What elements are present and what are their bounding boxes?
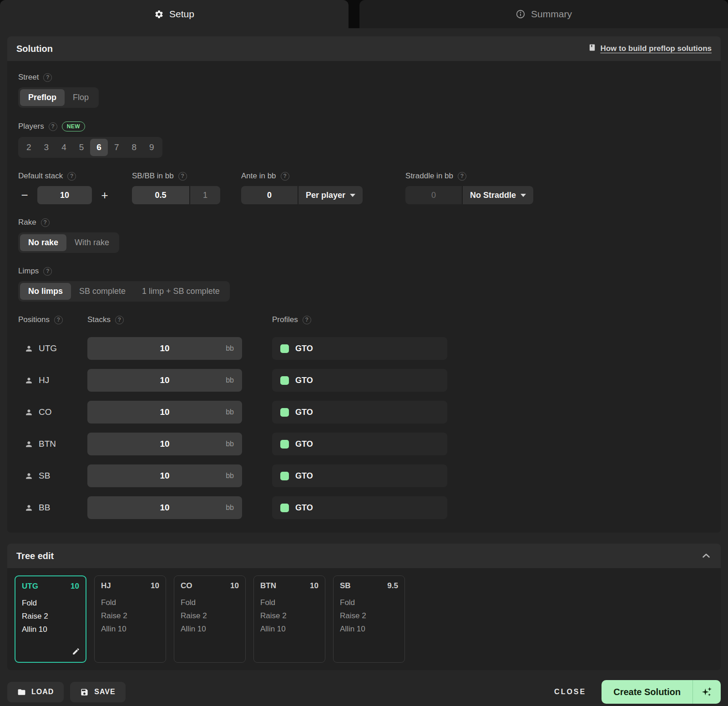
create-solution-button[interactable]: Create Solution [602,680,721,704]
profile-select-hj[interactable]: GTO [272,369,447,392]
positions-help-icon[interactable]: ? [54,316,63,324]
stack-input-hj[interactable]: 10 bb [87,369,242,392]
default-stack-field: Default stack ? − 10 + [18,171,111,204]
tab-summary-label: Summary [531,9,572,20]
rake-option-with-rake[interactable]: With rake [66,234,117,251]
load-button-label: LOAD [31,688,54,696]
limps-group: Limps ? No limps SB complete 1 limp + SB… [18,267,710,302]
stack-value: 10 [160,503,169,513]
tree-card-hj[interactable]: HJ 10 Fold Raise 2 Allin 10 [94,575,166,663]
profile-color-swatch [280,504,289,512]
stack-input-bb[interactable]: 10 bb [87,496,242,519]
folder-icon [17,688,26,696]
limps-option-sb-complete[interactable]: SB complete [71,283,134,300]
stack-input-co[interactable]: 10 bb [87,401,242,424]
straddle-input[interactable]: 0 [405,186,462,204]
profile-select-bb[interactable]: GTO [272,496,447,519]
tab-summary[interactable]: Summary [359,0,728,28]
tree-edit-header[interactable]: Tree edit [7,544,721,568]
stack-decrement-button[interactable]: − [18,189,31,201]
caret-down-icon [521,194,526,197]
stack-value: 10 [160,375,169,385]
profile-select-utg[interactable]: GTO [272,337,447,360]
profile-select-co[interactable]: GTO [272,401,447,424]
position-name: CO [39,407,52,417]
tree-card-stack: 10 [310,581,318,590]
limps-help-icon[interactable]: ? [43,267,52,276]
limps-option-no-limps[interactable]: No limps [20,283,71,300]
solution-header: Solution How to build preflop solutions [7,36,721,61]
players-option-7[interactable]: 7 [108,139,126,156]
tree-card-action: Allin 10 [340,622,398,635]
tree-card-utg[interactable]: UTG 10 Fold Raise 2 Allin 10 [15,575,86,663]
load-button[interactable]: LOAD [7,682,64,702]
collapse-button[interactable] [701,550,712,561]
stacks-help-icon[interactable]: ? [115,316,124,324]
players-option-3[interactable]: 3 [38,139,56,156]
help-link[interactable]: How to build preflop solutions [588,44,712,54]
tree-card-stack: 10 [71,582,79,591]
rake-option-no-rake[interactable]: No rake [20,234,66,251]
positions-column-label: Positions [18,315,50,324]
ante-mode-value: Per player [306,191,345,200]
rake-help-icon[interactable]: ? [41,218,50,227]
stack-increment-button[interactable]: + [98,189,111,201]
default-stack-stepper: − 10 + [18,186,111,204]
street-option-flop[interactable]: Flop [65,89,97,106]
sb-bb-help-icon[interactable]: ? [178,172,187,181]
default-stack-label: Default stack [18,171,63,181]
tree-card-action: Allin 10 [181,622,239,635]
info-icon [516,9,526,19]
bb-input[interactable]: 1 [190,186,220,204]
floppy-save-icon [80,688,89,696]
straddle-label: Straddle in bb [405,171,453,181]
players-option-6[interactable]: 6 [90,139,108,156]
position-cell-bb: BB [18,503,87,513]
profile-select-btn[interactable]: GTO [272,433,447,455]
players-option-2[interactable]: 2 [20,139,38,156]
players-option-5[interactable]: 5 [73,139,91,156]
stack-input-sb[interactable]: 10 bb [87,464,242,487]
tree-edit-body: UTG 10 Fold Raise 2 Allin 10 HJ 10 Fold … [7,568,721,670]
ante-help-icon[interactable]: ? [281,172,289,181]
tree-card-action: Allin 10 [101,622,159,635]
stack-value: 10 [160,471,169,481]
profile-name: GTO [295,376,313,385]
tree-card-position: UTG [22,582,38,591]
stack-unit: bb [226,376,234,384]
save-button[interactable]: SAVE [70,682,125,702]
tree-edit-section: Tree edit UTG 10 Fold Raise 2 Allin 10 [7,544,721,670]
edit-pencil-icon[interactable] [72,647,80,657]
players-help-icon[interactable]: ? [49,122,57,131]
ante-field: Ante in bb ? 0 Per player [241,171,363,204]
players-option-4[interactable]: 4 [55,139,73,156]
players-option-9[interactable]: 9 [143,139,161,156]
ante-mode-dropdown[interactable]: Per player [298,186,363,204]
profile-color-swatch [280,408,289,417]
ante-label: Ante in bb [241,171,276,181]
players-option-8[interactable]: 8 [125,139,143,156]
profile-select-sb[interactable]: GTO [272,464,447,487]
close-button[interactable]: CLOSE [554,688,586,696]
straddle-help-icon[interactable]: ? [458,172,466,181]
sparkles-icon[interactable] [693,680,721,704]
stack-input-utg[interactable]: 10 bb [87,337,242,360]
sb-input[interactable]: 0.5 [132,186,189,204]
tab-setup[interactable]: Setup [0,0,349,28]
ante-input[interactable]: 0 [241,186,298,204]
position-name: BTN [39,439,56,449]
profiles-help-icon[interactable]: ? [303,316,311,324]
tree-card-co[interactable]: CO 10 Fold Raise 2 Allin 10 [174,575,246,663]
tree-card-sb[interactable]: SB 9.5 Fold Raise 2 Allin 10 [333,575,405,663]
limps-option-1-limp[interactable]: 1 limp + SB complete [134,283,228,300]
default-stack-input[interactable]: 10 [37,186,92,204]
tree-card-btn[interactable]: BTN 10 Fold Raise 2 Allin 10 [253,575,325,663]
stack-value: 10 [160,439,169,449]
default-stack-help-icon[interactable]: ? [67,172,76,181]
street-help-icon[interactable]: ? [43,73,52,82]
tab-setup-label: Setup [169,9,194,20]
stack-input-btn[interactable]: 10 bb [87,433,242,455]
straddle-mode-dropdown[interactable]: No Straddle [463,186,533,204]
street-option-preflop[interactable]: Preflop [20,89,65,106]
profile-color-swatch [280,376,289,385]
